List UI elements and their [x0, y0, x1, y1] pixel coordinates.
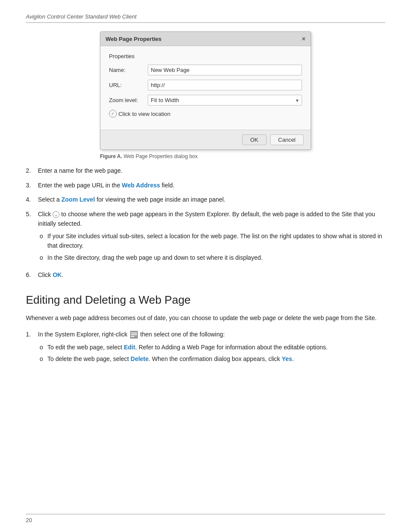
edit-link[interactable]: Edit — [124, 344, 135, 351]
edit-step-1: 1. In the System Explorer, right-click t… — [26, 330, 385, 367]
step-3-number: 3. — [26, 181, 38, 190]
step-6: 6. Click OK. — [26, 271, 385, 280]
step-2: 2. Enter a name for the web page. — [26, 166, 385, 176]
dialog-section-label: Properties — [109, 53, 302, 59]
step-6-content: Click OK. — [38, 271, 385, 280]
zoom-level-link[interactable]: Zoom Level — [61, 196, 95, 203]
edit-step-1-bullets: o To edit the web page, select Edit. Ref… — [38, 343, 385, 364]
edit-bullet-1: o To edit the web page, select Edit. Ref… — [38, 343, 385, 352]
bullet-dot-2: o — [38, 253, 47, 263]
delete-link[interactable]: Delete — [131, 355, 149, 362]
step-2-content: Enter a name for the web page. — [38, 166, 385, 176]
cancel-button[interactable]: Cancel — [270, 134, 304, 145]
ok-link[interactable]: OK — [53, 271, 62, 278]
edit-bullet-2-text: To delete the web page, select Delete. W… — [47, 355, 294, 364]
dialog-close-button[interactable]: × — [302, 35, 305, 42]
location-text: Click to view location — [118, 111, 171, 117]
yes-link[interactable]: Yes — [282, 355, 292, 362]
edit-bullet-dot-2: o — [38, 355, 47, 364]
dialog-screenshot: Web Page Properties × Properties Name: U… — [26, 31, 385, 159]
step-4-number: 4. — [26, 195, 38, 205]
step-5-bullet-2-text: In the Site directory, drag the web page… — [47, 253, 262, 263]
url-label: URL: — [109, 82, 148, 88]
edit-bullet-dot-1: o — [38, 343, 47, 352]
step-4-content: Select a Zoom Level for viewing the web … — [38, 195, 385, 205]
edit-bullet-1-text: To edit the web page, select Edit. Refer… — [47, 343, 327, 352]
step-2-number: 2. — [26, 166, 38, 176]
dialog-titlebar: Web Page Properties × — [100, 32, 311, 46]
step-5: 5. Click ⌄ to choose where the web page … — [26, 210, 385, 265]
name-field-row: Name: — [109, 65, 302, 75]
page-footer: 20 — [26, 514, 385, 523]
page-container: Avigilon Control Center Standard Web Cli… — [0, 0, 411, 532]
web-address-link[interactable]: Web Address — [122, 182, 160, 189]
click-chevron-icon: ⌄ — [53, 211, 59, 218]
edit-step-1-content: In the System Explorer, right-click then… — [38, 330, 385, 367]
location-row: ✓ Click to view location — [109, 110, 302, 118]
step-5-bullet-1: o If your Site includes virtual sub-site… — [38, 232, 385, 250]
step-5-number: 5. — [26, 210, 38, 265]
step-5-bullet-2: o In the Site directory, drag the web pa… — [38, 253, 385, 263]
steps-list: 2. Enter a name for the web page. 3. Ent… — [26, 166, 385, 280]
bullet-dot-1: o — [38, 232, 47, 250]
figure-caption-bold: Figure A. — [100, 153, 122, 159]
dialog-box: Web Page Properties × Properties Name: U… — [100, 31, 311, 150]
step-3: 3. Enter the web page URL in the Web Add… — [26, 181, 385, 190]
svg-rect-1 — [131, 333, 137, 333]
edit-steps-list: 1. In the System Explorer, right-click t… — [26, 330, 385, 367]
chevron-down-icon[interactable]: ✓ — [109, 110, 117, 118]
step-3-content: Enter the web page URL in the Web Addres… — [38, 181, 385, 190]
zoom-label: Zoom level: — [109, 97, 148, 103]
page-number: 20 — [26, 517, 32, 523]
name-label: Name: — [109, 67, 148, 73]
ok-button[interactable]: OK — [242, 134, 267, 145]
dialog-title: Web Page Properties — [106, 36, 162, 42]
page-header: Avigilon Control Center Standard Web Cli… — [26, 13, 385, 23]
zoom-select[interactable]: Fit to Width 100% 75% 50% — [148, 95, 302, 106]
url-field-row: URL: — [109, 80, 302, 90]
svg-rect-3 — [131, 336, 134, 337]
name-input[interactable] — [148, 65, 302, 75]
step-4: 4. Select a Zoom Level for viewing the w… — [26, 195, 385, 205]
zoom-select-wrapper: Fit to Width 100% 75% 50% ▼ — [148, 95, 302, 106]
edit-step-1-number: 1. — [26, 330, 38, 367]
zoom-field-row: Zoom level: Fit to Width 100% 75% 50% ▼ — [109, 95, 302, 106]
step-5-bullet-1-text: If your Site includes virtual sub-sites,… — [47, 232, 385, 250]
dialog-body: Properties Name: URL: Zoom level: F — [100, 46, 311, 130]
step-6-number: 6. — [26, 271, 38, 280]
intro-paragraph: Whenever a web page address becomes out … — [26, 314, 385, 323]
dialog-footer: OK Cancel — [100, 130, 311, 149]
step-5-content: Click ⌄ to choose where the web page app… — [38, 210, 385, 265]
header-title: Avigilon Control Center Standard Web Cli… — [26, 13, 137, 20]
figure-caption-text: Web Page Properties dialog box — [122, 153, 198, 159]
section-heading: Editing and Deleting a Web Page — [26, 293, 385, 307]
edit-bullet-2: o To delete the web page, select Delete.… — [38, 355, 385, 364]
step-5-bullets: o If your Site includes virtual sub-site… — [38, 232, 385, 262]
svg-rect-2 — [131, 334, 137, 335]
url-input[interactable] — [148, 80, 302, 90]
system-explorer-icon — [130, 331, 138, 339]
figure-caption: Figure A. Web Page Properties dialog box — [100, 153, 311, 159]
